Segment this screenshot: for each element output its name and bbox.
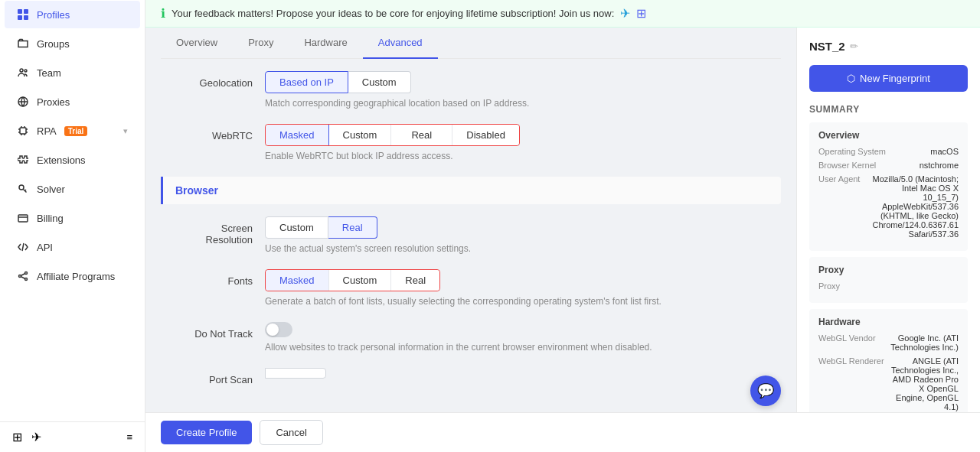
- menu-icon[interactable]: ≡: [126, 431, 132, 443]
- code-icon: [17, 241, 29, 253]
- puzzle-icon: [17, 154, 29, 166]
- port-scan-btn1[interactable]: [265, 368, 326, 379]
- screen-resolution-custom-btn[interactable]: Custom: [265, 216, 328, 239]
- port-scan-controls: [265, 368, 781, 379]
- summary-proxy-row: Proxy: [818, 281, 959, 291]
- svg-rect-1: [24, 9, 28, 14]
- discord-link-icon[interactable]: ⊞: [636, 6, 646, 21]
- fonts-row: Fonts Masked Custom Real Generate a batc…: [161, 269, 781, 307]
- webrtc-real-btn[interactable]: Real: [391, 125, 452, 145]
- summary-hardware-section: Hardware WebGL Vendor Google Inc. (ATI T…: [809, 309, 968, 412]
- summary-webgl-vendor-row: WebGL Vendor Google Inc. (ATI Technologi…: [818, 333, 959, 352]
- webrtc-custom-btn[interactable]: Custom: [329, 125, 392, 145]
- svg-rect-0: [18, 9, 22, 14]
- summary-webgl-renderer-val: ANGLE (ATI Technologies Inc., AMD Radeon…: [890, 356, 959, 411]
- fonts-masked-btn[interactable]: Masked: [266, 270, 329, 291]
- key-icon: [17, 183, 29, 195]
- discord-icon[interactable]: ⊞: [12, 430, 22, 444]
- webrtc-disabled-btn[interactable]: Disabled: [452, 125, 519, 145]
- geolocation-btn-group: Based on IP Custom: [265, 71, 781, 93]
- sidebar-item-team[interactable]: Team: [5, 59, 140, 86]
- do-not-track-label: Do Not Track: [161, 322, 253, 340]
- sidebar-item-api[interactable]: API: [5, 233, 140, 261]
- tab-proxy[interactable]: Proxy: [233, 28, 289, 59]
- tab-hardware[interactable]: Hardware: [289, 28, 362, 59]
- geolocation-label: Geolocation: [161, 71, 253, 89]
- summary-ua-row: User Agent Mozilla/5.0 (Macintosh; Intel…: [818, 174, 959, 239]
- sidebar-label-proxies: Proxies: [37, 96, 70, 108]
- webrtc-masked-btn[interactable]: Masked: [266, 125, 329, 145]
- port-scan-label: Port Scan: [161, 368, 253, 385]
- webrtc-hint: Enable WebRTC but block IP address acces…: [265, 151, 781, 161]
- credit-card-icon: [17, 212, 29, 224]
- sidebar-item-solver[interactable]: Solver: [5, 175, 140, 203]
- summary-webgl-vendor-key: WebGL Vendor: [818, 333, 876, 352]
- create-profile-button[interactable]: Create Profile: [161, 421, 252, 444]
- cancel-button[interactable]: Cancel: [260, 420, 322, 445]
- svg-rect-2: [18, 15, 22, 20]
- do-not-track-row: Do Not Track Allow websites to track per…: [161, 322, 781, 353]
- port-scan-row: Port Scan: [161, 368, 781, 385]
- sidebar-item-rpa[interactable]: RPA Trial ▾: [5, 117, 140, 145]
- browser-section-title: Browser: [175, 184, 218, 197]
- fonts-label: Fonts: [161, 269, 253, 287]
- edit-profile-icon[interactable]: ✏: [850, 41, 858, 52]
- svg-rect-3: [24, 15, 28, 20]
- tab-advanced[interactable]: Advanced: [363, 28, 438, 59]
- geolocation-custom-btn[interactable]: Custom: [348, 71, 411, 93]
- sidebar-item-profiles[interactable]: Profiles: [5, 1, 140, 28]
- tab-overview[interactable]: Overview: [161, 28, 233, 59]
- sidebar-label-groups: Groups: [37, 38, 70, 50]
- geolocation-based-on-ip-btn[interactable]: Based on IP: [265, 71, 348, 93]
- fingerprint-icon: ⬡: [847, 73, 855, 84]
- webrtc-btn-group: Masked Custom Real Disabled: [265, 124, 520, 146]
- new-fingerprint-label: New Fingerprint: [860, 73, 930, 84]
- sidebar-item-extensions[interactable]: Extensions: [5, 146, 140, 174]
- do-not-track-toggle[interactable]: [265, 322, 292, 337]
- info-icon: ℹ: [161, 6, 165, 21]
- chat-bubble-button[interactable]: 💬: [750, 376, 781, 406]
- summary-overview-title: Overview: [818, 130, 959, 141]
- telegram-link-icon[interactable]: ✈: [620, 6, 630, 21]
- fonts-real-btn[interactable]: Real: [391, 270, 439, 291]
- rpa-chevron-icon: ▾: [123, 126, 128, 136]
- summary-kernel-row: Browser Kernel nstchrome: [818, 161, 959, 170]
- main-area: ℹ Your feedback matters! Propose your id…: [145, 0, 980, 452]
- grid-icon: [17, 8, 29, 21]
- sidebar-item-billing[interactable]: Billing: [5, 204, 140, 232]
- telegram-icon[interactable]: ✈: [31, 430, 41, 444]
- geolocation-controls: Based on IP Custom Match corresponding g…: [265, 71, 781, 109]
- fonts-btn-group: Masked Custom Real: [265, 269, 440, 291]
- summary-webgl-vendor-val: Google Inc. (ATI Technologies Inc.): [882, 333, 959, 352]
- summary-webgl-renderer-key: WebGL Renderer: [818, 356, 884, 411]
- screen-resolution-real-btn[interactable]: Real: [328, 216, 377, 239]
- sidebar-item-proxies[interactable]: Proxies: [5, 88, 140, 115]
- svg-point-8: [19, 185, 24, 190]
- sidebar-item-affiliate[interactable]: Affiliate Programs: [5, 262, 140, 290]
- summary-hardware-title: Hardware: [818, 317, 959, 327]
- sidebar: Profiles Groups Team Proxies RPA Trial ▾…: [0, 0, 145, 452]
- fonts-custom-btn[interactable]: Custom: [329, 270, 392, 291]
- banner-text: Your feedback matters! Propose your idea…: [172, 8, 614, 19]
- summary-ua-val: Mozilla/5.0 (Macintosh; Intel Mac OS X 1…: [866, 174, 959, 239]
- browser-section-header: Browser: [161, 177, 781, 204]
- chat-icon: 💬: [757, 382, 774, 399]
- sidebar-label-extensions: Extensions: [37, 154, 86, 166]
- new-fingerprint-button[interactable]: ⬡ New Fingerprint: [809, 65, 968, 92]
- summary-proxy-key: Proxy: [818, 281, 840, 291]
- summary-proxy-title: Proxy: [818, 265, 959, 275]
- summary-webgl-renderer-row: WebGL Renderer ANGLE (ATI Technologies I…: [818, 356, 959, 411]
- screen-resolution-label: ScreenResolution: [161, 216, 253, 246]
- fonts-controls: Masked Custom Real Generate a batch of f…: [265, 269, 781, 307]
- svg-point-11: [19, 275, 21, 278]
- screen-resolution-controls: Custom Real Use the actual system's scre…: [265, 216, 781, 254]
- svg-point-5: [24, 70, 27, 72]
- bottom-bar: Create Profile Cancel: [145, 412, 980, 452]
- port-scan-btn-group: [265, 368, 781, 379]
- summary-title: SUMMARY: [809, 104, 968, 115]
- svg-point-12: [25, 278, 28, 281]
- svg-point-4: [20, 69, 23, 72]
- sidebar-item-groups[interactable]: Groups: [5, 30, 140, 57]
- fonts-hint: Generate a batch of font lists, usually …: [265, 296, 781, 307]
- folder-icon: [17, 37, 29, 50]
